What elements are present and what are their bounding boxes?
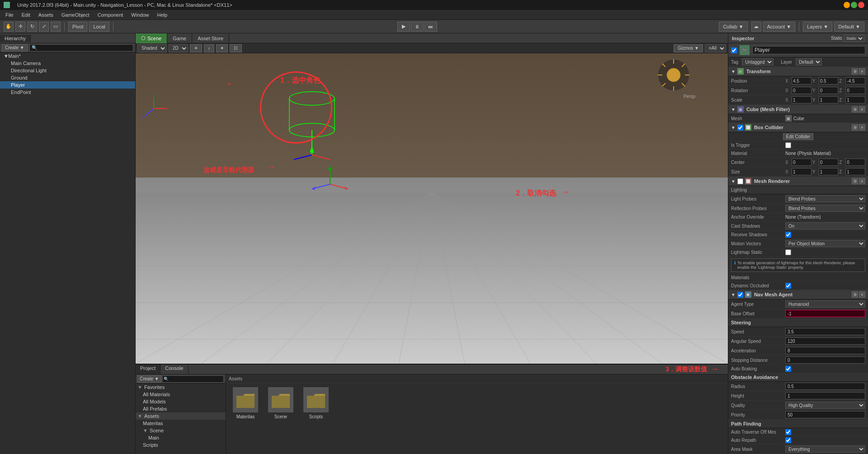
mesh-filter-menu-icon[interactable]: ≡	[859, 106, 865, 112]
play-btn[interactable]: ▶	[397, 22, 410, 32]
dynamic-occluded-checkbox[interactable]	[785, 283, 791, 289]
scene-tab-asset-store[interactable]: Asset Store	[192, 33, 229, 43]
size-z-input[interactable]	[845, 168, 865, 175]
tree-assets[interactable]: ▼ Assets	[136, 412, 226, 420]
collab-btn[interactable]: Collab ▼	[719, 22, 747, 32]
menu-component[interactable]: Component	[94, 11, 127, 19]
mesh-renderer-menu-icon[interactable]: ≡	[859, 178, 865, 184]
box-collider-menu-icon[interactable]: ≡	[859, 124, 865, 131]
rotation-z-input[interactable]	[845, 87, 865, 94]
scene-view[interactable]: 1．选中角色 ← 这就是导航代理器 → 2．取消勾选 →	[136, 53, 728, 364]
quality-dropdown[interactable]: High Quality	[785, 402, 865, 409]
mesh-renderer-header[interactable]: ▼ ⬜ Mesh Renderer ⚙ ≡	[728, 177, 868, 186]
nav-mesh-menu-icon[interactable]: ≡	[859, 291, 865, 298]
lightmap-static-checkbox[interactable]	[785, 249, 791, 255]
object-name-input[interactable]	[752, 46, 865, 54]
position-x-input[interactable]	[792, 77, 811, 84]
mesh-renderer-settings-icon[interactable]: ⚙	[852, 178, 858, 184]
auto-traverse-checkbox[interactable]	[785, 429, 791, 435]
step-btn[interactable]: ⏭	[425, 22, 437, 32]
scale-tool-btn[interactable]: ⤢	[39, 22, 49, 32]
mesh-renderer-enabled-checkbox[interactable]	[737, 178, 743, 184]
mesh-filter-header[interactable]: ▼ ▦ Cube (Mesh Filter) ⚙ ≡	[728, 105, 868, 114]
hierarchy-item-directional-light[interactable]: Directional Light	[0, 67, 135, 74]
menu-edit[interactable]: Edit	[18, 11, 34, 19]
asset-tile-scripts[interactable]: Scripts	[300, 387, 332, 419]
transform-settings-icon[interactable]: ⚙	[852, 68, 858, 75]
nav-mesh-settings-icon[interactable]: ⚙	[852, 291, 858, 298]
scene-sound-btn[interactable]: ♪	[204, 44, 214, 52]
size-y-input[interactable]	[819, 168, 839, 175]
acceleration-input[interactable]	[785, 347, 865, 354]
menu-window[interactable]: Window	[127, 11, 152, 19]
scale-y-input[interactable]	[819, 96, 839, 103]
receive-shadows-checkbox[interactable]	[785, 232, 791, 238]
angular-speed-input[interactable]	[785, 337, 865, 345]
scene-tab-scene[interactable]: ⬡Scene	[136, 33, 167, 43]
edit-collider-btn[interactable]: Edit Collider	[783, 133, 814, 140]
menu-gameobject[interactable]: GameObject	[58, 11, 93, 19]
gizmos-btn[interactable]: Gizmos ▼	[674, 44, 703, 52]
project-create-btn[interactable]: Create ▼	[137, 375, 161, 383]
is-trigger-checkbox[interactable]	[785, 142, 791, 148]
area-mask-dropdown[interactable]: Everything	[785, 445, 865, 453]
auto-repath-checkbox[interactable]	[785, 437, 791, 443]
height-input[interactable]	[785, 392, 865, 399]
all-dropdown[interactable]: ≡All	[705, 44, 726, 52]
scale-z-input[interactable]	[845, 96, 865, 103]
cast-shadows-dropdown[interactable]: On	[785, 222, 865, 229]
hierarchy-item-main-camera[interactable]: Main Camera	[0, 60, 135, 67]
pause-btn[interactable]: ⏸	[411, 22, 424, 32]
project-tab[interactable]: Project	[136, 365, 160, 374]
asset-tile-materilas[interactable]: Materilas	[230, 387, 261, 419]
move-tool-btn[interactable]: ✛	[15, 22, 25, 32]
local-btn[interactable]: Local	[89, 22, 109, 32]
menu-help[interactable]: Help	[153, 11, 171, 19]
agent-type-dropdown[interactable]: Humanoid	[785, 300, 865, 308]
hierarchy-tab[interactable]: Hierarchy	[0, 35, 31, 42]
scene-fx-btn[interactable]: ✦	[216, 44, 228, 52]
scene-hidden-btn[interactable]: ☷	[230, 44, 242, 52]
box-collider-header[interactable]: ▼ ⬜ Box Collider ⚙ ≡	[728, 123, 868, 132]
scale-x-input[interactable]	[792, 96, 811, 103]
account-btn[interactable]: Account ▼	[763, 22, 796, 32]
position-y-input[interactable]	[819, 77, 839, 84]
tree-scene[interactable]: ▼ Scene	[136, 427, 226, 434]
nav-mesh-enabled-checkbox[interactable]	[737, 292, 743, 298]
layer-dropdown[interactable]: Default	[796, 58, 822, 66]
minimize-btn[interactable]	[844, 2, 850, 8]
center-y-input[interactable]	[819, 159, 839, 166]
orientation-gizmo[interactable]	[656, 57, 692, 94]
layers-btn[interactable]: Layers ▼	[803, 22, 832, 32]
nav-mesh-agent-header[interactable]: ▼ ⬟ Nav Mesh Agent ⚙ ≡	[728, 290, 868, 300]
tag-dropdown[interactable]: Untagged	[742, 58, 774, 66]
tree-all-prefabs[interactable]: All Prefabs	[136, 405, 226, 412]
hand-tool-btn[interactable]: ✋	[4, 22, 14, 32]
stopping-distance-input[interactable]	[785, 356, 865, 364]
transform-menu-icon[interactable]: ≡	[859, 68, 865, 75]
object-active-checkbox[interactable]	[731, 47, 737, 53]
shaded-dropdown[interactable]: Shaded	[137, 44, 167, 52]
asset-tile-scene[interactable]: Scene	[265, 387, 297, 419]
auto-braking-checkbox[interactable]	[785, 366, 791, 372]
console-tab[interactable]: Console	[160, 365, 188, 374]
cloud-btn[interactable]: ☁	[751, 22, 761, 32]
close-btn[interactable]	[858, 2, 864, 8]
project-search-input[interactable]	[162, 375, 224, 383]
tree-all-models[interactable]: All Models	[136, 398, 226, 405]
rect-tool-btn[interactable]: ▭	[51, 22, 61, 32]
position-z-input[interactable]	[845, 77, 865, 84]
reflection-probes-dropdown[interactable]: Blend Probes	[785, 205, 865, 212]
mesh-filter-settings-icon[interactable]: ⚙	[852, 106, 858, 112]
hierarchy-search-input[interactable]	[29, 44, 133, 51]
light-probes-dropdown[interactable]: Blend Probes	[785, 195, 865, 202]
rotation-x-input[interactable]	[792, 87, 811, 94]
center-x-input[interactable]	[792, 159, 811, 166]
scene-lights-btn[interactable]: ☀	[190, 44, 202, 52]
hierarchy-item-endpoint[interactable]: EndPoint	[0, 89, 135, 96]
transform-component-header[interactable]: ▼ ⊞ Transform ⚙ ≡	[728, 67, 868, 76]
box-collider-enabled-checkbox[interactable]	[737, 125, 743, 131]
tree-all-materials[interactable]: All Materials	[136, 391, 226, 398]
pivot-btn[interactable]: Pivot	[68, 22, 87, 32]
base-offset-input[interactable]	[785, 310, 865, 317]
